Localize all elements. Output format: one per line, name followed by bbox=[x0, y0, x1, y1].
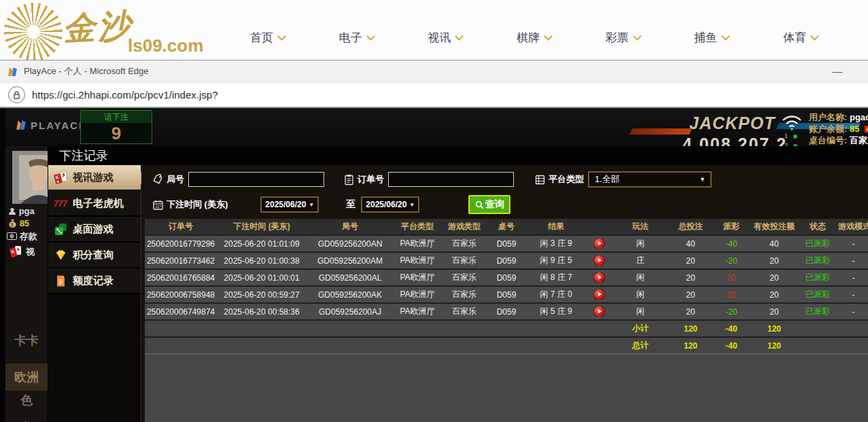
svg-text:9: 9 bbox=[63, 173, 65, 177]
replay-button[interactable] bbox=[594, 239, 604, 249]
seat-marker-1: 1 bbox=[784, 133, 797, 139]
menu-item-cards[interactable]: 9K♥视讯游戏 bbox=[48, 165, 141, 191]
column-header: 有效投注额 bbox=[751, 221, 797, 232]
nav-item[interactable]: 视讯 bbox=[428, 30, 462, 46]
total-valid_bet: 120 bbox=[751, 324, 797, 334]
table-empty-area bbox=[145, 353, 868, 422]
cell-valid_bet: 20 bbox=[751, 256, 797, 266]
nav-item-label: 电子 bbox=[339, 30, 362, 46]
column-header: 游戏模式 bbox=[838, 221, 868, 232]
total-play: 总计 bbox=[611, 340, 670, 351]
site-nav: 首页电子视讯棋牌彩票捕鱼体育 bbox=[250, 30, 818, 46]
cell-round_no: GD059256200AM bbox=[307, 256, 394, 266]
bg-video-tab[interactable]: 9K 视 bbox=[10, 245, 35, 258]
cell-bet_time: 2025-06-20 01:00:38 bbox=[217, 256, 307, 266]
bg-menu-item[interactable]: 卡卡 bbox=[5, 332, 48, 349]
total-total_bet: 120 bbox=[670, 324, 712, 334]
round-no-input[interactable] bbox=[188, 172, 324, 187]
replay-button[interactable] bbox=[594, 306, 604, 317]
filter-row-1: 局号 订单号 平台类型 1.全部▼ bbox=[152, 171, 712, 188]
cell-platform: PA欧洲厅 bbox=[394, 306, 441, 317]
table-row: 2506200067589482025-06-20 00:59:27GD0592… bbox=[145, 285, 868, 302]
cell-order_no: 250620016773462 bbox=[145, 256, 217, 266]
bg-balance: $ 85 bbox=[8, 218, 29, 228]
panel-title: 下注记录 bbox=[48, 146, 868, 165]
nav-item[interactable]: 棋牌 bbox=[517, 30, 551, 46]
deposit-button[interactable]: $ 存款 bbox=[7, 230, 37, 243]
table-header-row: 订单号下注时间 (美东)局号平台类型游戏类型桌号结果玩法总投注派彩有效投注额状态… bbox=[145, 219, 868, 234]
total-payout: -40 bbox=[712, 324, 751, 334]
address-input[interactable]: https://gci.2hhapi.com/pc/pcv1/index.jsp… bbox=[32, 89, 218, 101]
menu-item-diamond[interactable]: 积分查询 bbox=[48, 243, 141, 268]
cell-payout: -20 bbox=[712, 256, 751, 266]
cell-game_mode: - bbox=[838, 273, 868, 283]
column-header: 总投注 bbox=[670, 221, 712, 232]
tag-icon bbox=[152, 174, 164, 186]
column-header: 游戏类型 bbox=[441, 221, 487, 232]
date-from-select[interactable]: 2025/06/20▼ bbox=[260, 196, 319, 213]
nav-item[interactable]: 彩票 bbox=[606, 30, 640, 46]
cell-game_type: 百家乐 bbox=[441, 289, 487, 300]
platform-type-label: 平台类型 bbox=[549, 173, 584, 186]
cell-valid_bet: 20 bbox=[751, 307, 797, 317]
date-to-select[interactable]: 2025/06/20▼ bbox=[361, 196, 419, 213]
bet-table: 订单号下注时间 (美东)局号平台类型游戏类型桌号结果玩法总投注派彩有效投注额状态… bbox=[145, 219, 868, 422]
bg-menu-item[interactable]: 欧洲 bbox=[5, 364, 48, 391]
grand-total-row: 总计120-40120 bbox=[145, 336, 868, 353]
replay-button[interactable] bbox=[594, 289, 604, 300]
cell-result: 闲 3 庄 9 bbox=[525, 238, 587, 249]
casino-topbar: PLAYACE 请下注 9 JACKPOT 4,008,207.2 1 2 bbox=[5, 108, 868, 146]
cell-order_no: 250620006749874 bbox=[145, 307, 217, 317]
table-row: 2506200167792962025-06-20 01:01:09GD0592… bbox=[145, 234, 868, 251]
chevron-down-icon bbox=[366, 32, 375, 41]
cell-bet_time: 2025-06-20 00:59:27 bbox=[217, 290, 307, 300]
menu-item-dice[interactable]: 桌面游戏 bbox=[48, 217, 141, 243]
menu-item-slots-777[interactable]: 777电子老虎机 bbox=[48, 191, 141, 217]
order-no-input[interactable] bbox=[388, 172, 514, 187]
menu-item-label: 积分查询 bbox=[73, 249, 114, 262]
bg-menu-item[interactable]: 色 bbox=[5, 392, 48, 408]
cell-order_no: 250620006758948 bbox=[145, 290, 217, 300]
cell-game_type: 百家乐 bbox=[441, 238, 487, 249]
total-total_bet: 120 bbox=[670, 341, 712, 351]
chevron-down-icon bbox=[633, 32, 642, 41]
column-header: 玩法 bbox=[611, 221, 670, 232]
cell-total_bet: 20 bbox=[670, 273, 712, 283]
cell-total_bet: 20 bbox=[670, 256, 712, 266]
chevron-down-icon bbox=[544, 32, 553, 41]
cell-valid_bet: 40 bbox=[751, 239, 797, 249]
cell-valid_bet: 20 bbox=[751, 290, 797, 300]
menu-item-label: 电子老虎机 bbox=[73, 197, 124, 210]
cell-status: 已派彩 bbox=[797, 255, 838, 266]
cell-platform: PA欧洲厅 bbox=[394, 238, 441, 249]
nav-item[interactable]: 体育 bbox=[783, 30, 818, 46]
calendar-icon bbox=[152, 199, 164, 211]
jackpot: JACKPOT 4,008,207.2 bbox=[670, 113, 799, 146]
nav-item[interactable]: 电子 bbox=[339, 30, 374, 46]
lock-icon[interactable] bbox=[8, 86, 25, 103]
replay-button[interactable] bbox=[594, 256, 604, 266]
search-button[interactable]: 查询 bbox=[468, 195, 510, 214]
page: PLAYACE 请下注 9 JACKPOT 4,008,207.2 1 2 bbox=[0, 108, 868, 422]
column-header: 状态 bbox=[797, 221, 838, 232]
cell-total_bet: 40 bbox=[670, 239, 712, 249]
platform-type-select[interactable]: 1.全部▼ bbox=[588, 171, 712, 188]
bg-menu-item[interactable]: 竞 bbox=[5, 419, 48, 422]
nav-item[interactable]: 首页 bbox=[250, 30, 285, 46]
menu-item-document[interactable]: 额度记录 bbox=[48, 268, 141, 294]
cell-game_type: 百家乐 bbox=[441, 306, 487, 317]
username-value: pgaoao bbox=[850, 112, 868, 122]
dropdown-arrow-icon: ▼ bbox=[409, 202, 415, 208]
cell-table_no: D059 bbox=[487, 290, 525, 300]
svg-text:$: $ bbox=[11, 222, 14, 228]
cell-payout: -40 bbox=[712, 239, 751, 249]
replay-button[interactable] bbox=[594, 272, 604, 283]
clipboard-icon bbox=[343, 174, 355, 186]
column-header: 桌号 bbox=[487, 221, 525, 232]
total-valid_bet: 120 bbox=[751, 341, 797, 351]
column-header: 局号 bbox=[307, 221, 394, 232]
nav-item[interactable]: 捕鱼 bbox=[694, 30, 729, 46]
minimize-button[interactable]: — bbox=[830, 65, 845, 80]
nav-item-label: 棋牌 bbox=[517, 30, 540, 46]
document-icon bbox=[54, 274, 68, 288]
